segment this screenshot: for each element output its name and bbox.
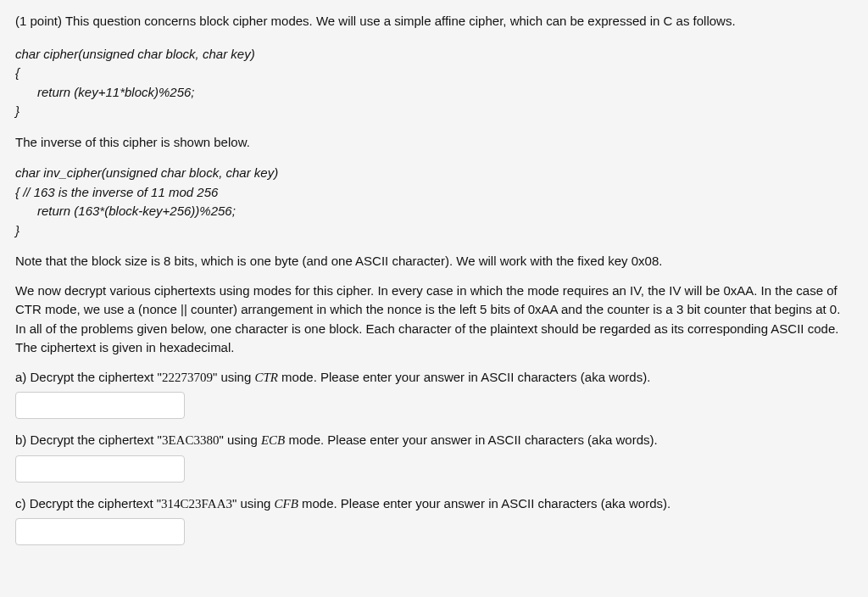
code-line: char inv_cipher(unsigned char block, cha… — [15, 164, 853, 183]
part-b-suffix: mode. Please enter your answer in ASCII … — [285, 432, 657, 447]
part-c: c) Decrypt the ciphertext "314C23FAA3" u… — [15, 494, 853, 514]
question-header: (1 point) This question concerns block c… — [15, 12, 853, 31]
code-line: { // 163 is the inverse of 11 mod 256 — [15, 183, 853, 203]
setup-text: We now decrypt various ciphertexts using… — [15, 282, 853, 358]
part-a-mid: " using — [213, 370, 255, 384]
part-c-mode: CFB — [275, 497, 298, 511]
part-b-ciphertext: 3EAC3380 — [162, 433, 220, 447]
part-c-suffix: mode. Please enter your answer in ASCII … — [298, 496, 670, 511]
code-line: } — [15, 221, 853, 241]
part-a-ciphertext: 22273709 — [162, 371, 213, 384]
part-a-prefix: a) Decrypt the ciphertext " — [15, 370, 162, 384]
code-line: } — [15, 102, 853, 121]
answer-input-c[interactable] — [15, 518, 185, 545]
part-a-mode: CTR — [254, 371, 278, 384]
part-c-ciphertext: 314C23FAA3 — [161, 497, 232, 511]
part-b-mode: ECB — [261, 433, 285, 447]
answer-input-a[interactable] — [15, 392, 185, 419]
answer-input-b[interactable] — [15, 455, 185, 483]
part-a: a) Decrypt the ciphertext "22273709" usi… — [15, 368, 853, 388]
points-label: (1 point) — [15, 14, 62, 28]
cipher-code: char cipher(unsigned char block, char ke… — [15, 45, 853, 121]
code-line: char cipher(unsigned char block, char ke… — [15, 45, 853, 64]
part-c-mid: " using — [232, 496, 275, 511]
part-b-mid: " using — [219, 432, 261, 447]
inverse-intro: The inverse of this cipher is shown belo… — [15, 133, 853, 153]
part-c-prefix: c) Decrypt the ciphertext " — [15, 496, 161, 511]
block-size-note: Note that the block size is 8 bits, whic… — [15, 252, 853, 271]
inv-cipher-code: char inv_cipher(unsigned char block, cha… — [15, 164, 853, 240]
code-line: return (163*(block-key+256))%256; — [15, 202, 853, 221]
part-a-suffix: mode. Please enter your answer in ASCII … — [278, 370, 650, 384]
part-b: b) Decrypt the ciphertext "3EAC3380" usi… — [15, 431, 853, 450]
intro-text: This question concerns block cipher mode… — [65, 14, 736, 28]
code-line: { — [15, 64, 853, 83]
code-line: return (key+11*block)%256; — [15, 83, 853, 103]
part-b-prefix: b) Decrypt the ciphertext " — [15, 432, 162, 447]
